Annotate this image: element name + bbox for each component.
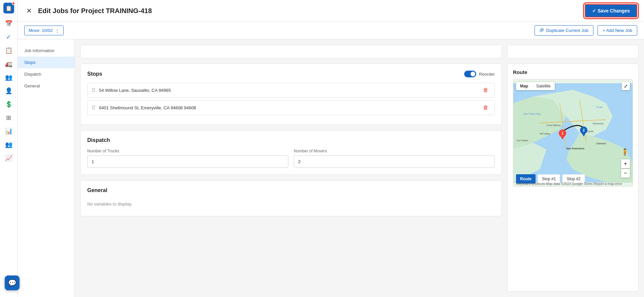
- reorder-label: Reorder: [479, 72, 495, 77]
- movers-group: Number of Movers: [294, 149, 495, 168]
- delete-stop-1-button[interactable]: 🗑: [481, 86, 490, 94]
- drag-handle-1[interactable]: ⠿: [92, 87, 96, 94]
- movers-label: Number of Movers: [294, 149, 495, 153]
- toolbar-actions: 🗗 Duplicate Current Job + Add New Job: [535, 25, 637, 36]
- map-tabs: Map Satellite: [516, 82, 555, 90]
- general-card: General No variables to display.: [80, 180, 502, 216]
- sidebar-item-analytics[interactable]: 📊: [3, 125, 15, 137]
- svg-text:Oakland: Oakland: [596, 142, 606, 145]
- move-label: Move: 10/02: [29, 28, 53, 33]
- stops-title: Stops: [87, 71, 102, 77]
- page-title: Edit Jobs for Project TRAINING-418: [38, 7, 152, 15]
- dispatch-grid: Number of Trucks Number of Movers: [87, 149, 495, 168]
- reorder-group: Reorder: [464, 71, 495, 77]
- svg-text:Corte Madera: Corte Madera: [546, 124, 560, 126]
- dispatch-card: Dispatch Number of Trucks Number of Move…: [80, 130, 502, 175]
- map-zoom-out-button[interactable]: −: [621, 169, 630, 178]
- trucks-group: Number of Trucks: [87, 149, 288, 168]
- map-container[interactable]: San Pablo Bay Pinole San Rafael Corte Ma…: [513, 79, 633, 187]
- notification-dot: [12, 2, 15, 5]
- save-changes-button[interactable]: ✓ Save Changes: [585, 4, 637, 17]
- sidebar-item-dollar[interactable]: 💲: [3, 98, 15, 110]
- duplicate-job-button[interactable]: 🗗 Duplicate Current Job: [535, 25, 593, 36]
- partial-input-field[interactable]: [80, 45, 502, 58]
- main-content: ✕ Edit Jobs for Project TRAINING-418 ✓ S…: [18, 0, 644, 297]
- dispatch-title: Dispatch: [87, 137, 110, 143]
- nav-item-dispatch[interactable]: Dispatch: [18, 68, 74, 80]
- drag-handle-2[interactable]: ⠿: [92, 105, 96, 111]
- stop-item-1: ⠿ 54 Willow Lane, Sausalito, CA 94965 🗑: [87, 83, 495, 98]
- chat-button[interactable]: 💬: [5, 275, 20, 290]
- sidebar-item-truck[interactable]: 🚛: [3, 58, 15, 70]
- map-pin-stop1: 1: [559, 129, 566, 142]
- header-left: ✕ Edit Jobs for Project TRAINING-418: [24, 6, 152, 15]
- sidebar-item-clipboard[interactable]: 📋: [3, 44, 15, 57]
- stops-card-header: Stops Reorder: [87, 71, 495, 77]
- map-zoom-in-button[interactable]: +: [621, 159, 630, 168]
- sidebar-item-users[interactable]: 👥: [3, 139, 15, 151]
- svg-text:San Pablo Bay: San Pablo Bay: [523, 112, 541, 115]
- sidebar: 📋 📅 ✓ 📋 🚛 👥 👤 💲 ⊞ 📊 👥 📈 ☰: [0, 0, 18, 297]
- trucks-input[interactable]: [87, 155, 288, 168]
- svg-text:1: 1: [561, 131, 563, 135]
- close-button[interactable]: ✕: [24, 6, 34, 15]
- nav-item-general[interactable]: General: [18, 80, 74, 92]
- left-nav: Job Information Stops Dispatch General: [18, 39, 75, 297]
- duplicate-icon: 🗗: [540, 28, 544, 33]
- svg-text:Mill Valley: Mill Valley: [540, 133, 550, 135]
- sidebar-item-check[interactable]: ✓: [3, 31, 15, 43]
- right-panel: Route: [507, 45, 639, 292]
- map-footer: Keyboard shortcuts Map data ©2023 Google…: [516, 182, 622, 186]
- move-button[interactable]: Move: 10/02 ⋮: [24, 26, 64, 35]
- reorder-toggle[interactable]: [464, 71, 476, 77]
- add-new-job-button[interactable]: + Add New Job: [598, 25, 637, 36]
- body-layout: Job Information Stops Dispatch General S…: [18, 39, 644, 297]
- app-logo[interactable]: 📋: [3, 3, 14, 13]
- general-card-header: General: [87, 187, 495, 193]
- map-tab-satellite[interactable]: Satellite: [532, 82, 555, 90]
- move-menu-icon: ⋮: [55, 28, 59, 33]
- stops-card: Stops Reorder ⠿ 54 Willow Lane, Sausalit…: [80, 64, 502, 125]
- page-header: ✕ Edit Jobs for Project TRAINING-418 ✓ S…: [18, 0, 644, 22]
- svg-text:Pinole: Pinole: [596, 106, 603, 108]
- sidebar-item-table[interactable]: ⊞: [3, 112, 15, 124]
- delete-stop-2-button[interactable]: 🗑: [481, 104, 490, 111]
- svg-text:Richmond: Richmond: [593, 122, 603, 125]
- svg-marker-19: [560, 136, 565, 140]
- svg-marker-22: [581, 133, 586, 137]
- partial-top-card: [80, 45, 502, 58]
- route-title: Route: [513, 69, 633, 75]
- chat-icon: 💬: [8, 279, 17, 287]
- sidebar-item-person[interactable]: 👤: [3, 85, 15, 97]
- stop-address-2: 6401 Shellmound St, Emeryville, CA 94608…: [99, 105, 478, 110]
- no-variables-text: No variables to display.: [87, 199, 495, 209]
- content-area: Stops Reorder ⠿ 54 Willow Lane, Sausalit…: [75, 39, 644, 297]
- stop-item-2: ⠿ 6401 Shellmound St, Emeryville, CA 946…: [87, 100, 495, 115]
- toolbar: Move: 10/02 ⋮ 🗗 Duplicate Current Job + …: [18, 22, 644, 39]
- logo-icon: 📋: [5, 5, 12, 11]
- dispatch-card-header: Dispatch: [87, 137, 495, 143]
- sidebar-item-people[interactable]: 👥: [3, 71, 15, 83]
- map-pin-stop2: 2: [580, 126, 587, 139]
- stop-address-1: 54 Willow Lane, Sausalito, CA 94965: [99, 88, 478, 93]
- sidebar-item-calendar[interactable]: 📅: [3, 17, 15, 30]
- map-tab-map[interactable]: Map: [516, 82, 532, 90]
- map-person-icon: 🧍: [621, 148, 629, 156]
- map-fullscreen-button[interactable]: ⤢: [622, 82, 630, 90]
- nav-item-stops[interactable]: Stops: [18, 57, 74, 68]
- partial-right-card: [507, 45, 639, 58]
- svg-text:2: 2: [583, 128, 585, 132]
- movers-input[interactable]: [294, 155, 495, 168]
- trucks-label: Number of Trucks: [87, 149, 288, 153]
- svg-text:San Francisco: San Francisco: [566, 147, 584, 150]
- nav-item-job-information[interactable]: Job Information: [18, 45, 74, 57]
- form-column: Stops Reorder ⠿ 54 Willow Lane, Sausalit…: [80, 45, 502, 292]
- general-title: General: [87, 187, 107, 193]
- svg-text:San Rafael: San Rafael: [517, 139, 528, 142]
- route-card: Route: [507, 64, 639, 292]
- sidebar-item-graph[interactable]: 📈: [3, 152, 15, 164]
